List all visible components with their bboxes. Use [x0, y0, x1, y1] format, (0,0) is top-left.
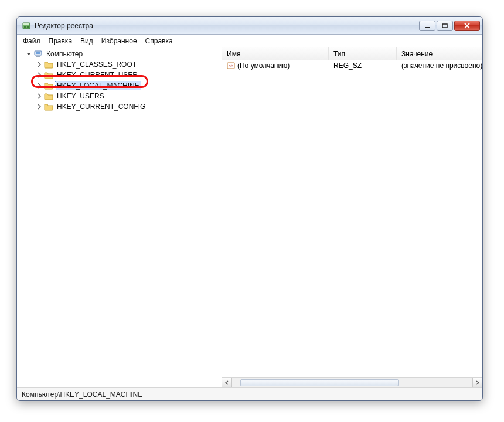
svg-rect-3 — [27, 26, 29, 28]
menu-edit[interactable]: Правка — [49, 37, 73, 45]
statusbar-path: Компьютер\HKEY_LOCAL_MACHINE — [22, 390, 142, 399]
column-header-value[interactable]: Значение — [397, 47, 482, 60]
folder-icon — [44, 70, 53, 80]
values-pane: Имя Тип Значение ab (По умолчанию) — [222, 47, 482, 387]
tree-item-label: HKEY_CURRENT_CONFIG — [56, 103, 147, 111]
tree-root-label: Компьютер — [45, 50, 84, 58]
values-list[interactable]: ab (По умолчанию) REG_SZ (значение не пр… — [222, 60, 482, 377]
menu-favorites[interactable]: Избранное — [101, 37, 137, 45]
value-name: (По умолчанию) — [237, 62, 290, 70]
column-header-name[interactable]: Имя — [222, 47, 329, 60]
tree-root[interactable]: Компьютер — [18, 49, 222, 59]
svg-rect-7 — [36, 52, 40, 54]
expand-icon[interactable] — [36, 82, 43, 89]
expand-icon[interactable] — [36, 72, 43, 79]
svg-rect-2 — [24, 26, 26, 28]
scroll-track[interactable] — [232, 378, 472, 387]
menu-help[interactable]: Справка — [145, 37, 173, 45]
values-header: Имя Тип Значение — [222, 47, 482, 60]
client-area: Компьютер HKEY_CLASSES_ROOT HKEY_CURRE — [17, 47, 482, 387]
folder-icon — [44, 91, 53, 101]
tree-item-hkcr[interactable]: HKEY_CLASSES_ROOT — [18, 59, 222, 70]
tree-item-label: HKEY_CLASSES_ROOT — [56, 60, 138, 69]
menu-file[interactable]: Файл — [23, 37, 40, 45]
menubar: Файл Правка Вид Избранное Справка — [17, 35, 482, 47]
tree-item-hku[interactable]: HKEY_USERS — [18, 91, 222, 101]
folder-icon — [44, 102, 53, 111]
scroll-left-button[interactable] — [222, 378, 232, 387]
folder-icon — [44, 60, 53, 69]
expand-icon[interactable] — [36, 93, 43, 100]
value-data: (значение не присвоено) — [397, 62, 482, 70]
horizontal-scrollbar[interactable] — [222, 377, 482, 387]
minimize-button[interactable] — [419, 21, 435, 31]
scroll-right-button[interactable] — [472, 378, 482, 387]
tree-item-hklm[interactable]: HKEY_LOCAL_MACHINE — [18, 80, 222, 91]
folder-icon — [44, 81, 53, 90]
expand-icon[interactable] — [36, 103, 43, 110]
regedit-icon — [22, 21, 31, 30]
expand-icon[interactable] — [36, 61, 43, 68]
value-row[interactable]: ab (По умолчанию) REG_SZ (значение не пр… — [222, 60, 482, 71]
computer-icon — [33, 49, 43, 59]
titlebar[interactable]: Редактор реестра — [17, 17, 482, 35]
registry-editor-window: Редактор реестра Файл Правка Вид Избранн… — [16, 16, 483, 401]
svg-rect-8 — [36, 56, 40, 57]
statusbar: Компьютер\HKEY_LOCAL_MACHINE — [17, 387, 482, 400]
close-button[interactable] — [454, 21, 480, 31]
window-title: Редактор реестра — [35, 22, 93, 30]
scroll-thumb[interactable] — [240, 379, 399, 386]
value-type: REG_SZ — [329, 62, 397, 70]
maximize-button[interactable] — [437, 21, 453, 31]
tree-item-label: HKEY_LOCAL_MACHINE — [56, 81, 141, 90]
column-header-type[interactable]: Тип — [329, 47, 397, 60]
menu-view[interactable]: Вид — [80, 37, 93, 45]
svg-rect-4 — [425, 27, 430, 28]
string-value-icon: ab — [227, 62, 235, 70]
tree-item-hkcc[interactable]: HKEY_CURRENT_CONFIG — [18, 101, 222, 112]
svg-text:ab: ab — [229, 64, 233, 68]
tree-item-label: HKEY_CURRENT_USER — [56, 71, 139, 79]
collapse-icon[interactable] — [25, 50, 32, 57]
svg-rect-5 — [442, 24, 447, 28]
tree-item-hkcu[interactable]: HKEY_CURRENT_USER — [18, 70, 222, 80]
tree-item-label: HKEY_USERS — [56, 92, 105, 100]
tree-pane[interactable]: Компьютер HKEY_CLASSES_ROOT HKEY_CURRE — [17, 47, 222, 387]
svg-rect-1 — [23, 23, 29, 25]
